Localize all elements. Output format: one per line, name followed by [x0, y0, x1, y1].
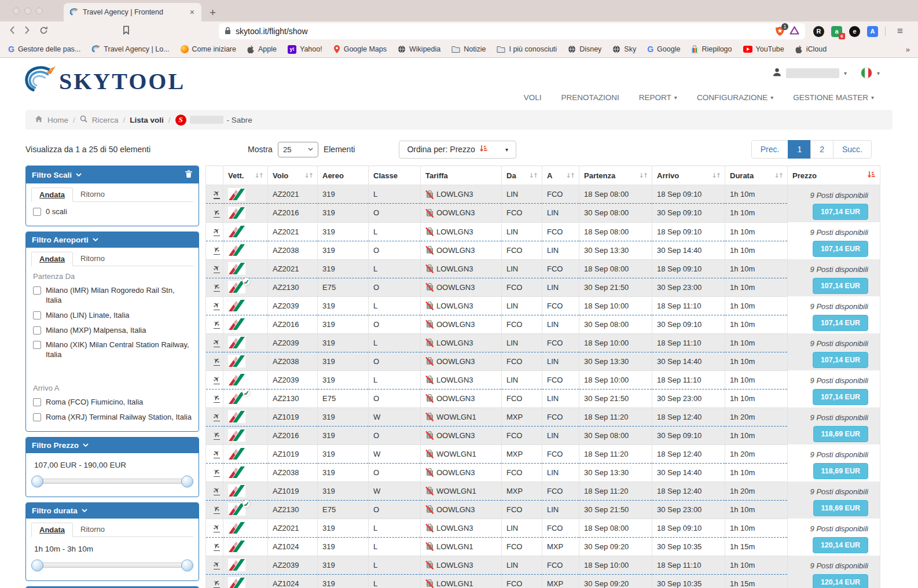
new-tab-button[interactable]: + — [201, 6, 224, 21]
bookmark-item[interactable]: Riepilogo — [691, 45, 732, 54]
pagination-page-2[interactable]: 2 — [810, 140, 833, 159]
filter-prezzo-header[interactable]: Filtro Prezzo — [26, 438, 199, 453]
column-header-arrivo[interactable]: Arrivo↓↑ — [652, 166, 725, 185]
cell-select[interactable]: ✈ — [206, 352, 223, 370]
checkbox[interactable] — [33, 286, 41, 295]
cell-select[interactable]: ✈ — [206, 333, 223, 352]
price-select-button[interactable]: 107,14 EUR — [813, 241, 868, 257]
sort-dropdown[interactable]: Ordina per: Prezzo ▾ — [399, 141, 516, 159]
price-select-button[interactable]: 107,14 EUR — [813, 315, 868, 331]
forward-icon[interactable] — [24, 25, 30, 37]
filter-durata-header[interactable]: Filtro durata — [26, 503, 199, 519]
cell-select[interactable]: ✈ — [206, 222, 223, 241]
bookmark-item[interactable]: Apple — [247, 45, 277, 54]
checkbox[interactable] — [33, 326, 41, 335]
price-select-button[interactable]: 118,69 EUR — [813, 463, 868, 479]
price-select-button[interactable]: 107,14 EUR — [813, 352, 868, 368]
price-select-button[interactable]: 107,14 EUR — [813, 204, 868, 220]
price-select-button[interactable]: 118,69 EUR — [813, 500, 868, 516]
filter-aeroporti-header[interactable]: Filtro Aeroporti — [26, 232, 199, 248]
language-flag-icon[interactable] — [861, 67, 872, 79]
cell-select[interactable]: ✈ — [206, 296, 223, 315]
cell-select[interactable]: ✈ — [206, 444, 223, 463]
cell-select[interactable]: ✈ — [206, 574, 223, 588]
user-menu[interactable]: ▾ ▾ — [773, 67, 880, 79]
brand-logo[interactable]: SKYTOOL — [23, 65, 185, 97]
slider-handle-max[interactable] — [181, 475, 193, 487]
cell-select[interactable]: ✈ — [206, 537, 223, 556]
price-select-button[interactable]: 120,14 EUR — [813, 537, 868, 553]
bookmark-flag-icon[interactable] — [123, 25, 130, 37]
checkbox[interactable] — [33, 341, 41, 349]
price-select-button[interactable]: 107,14 EUR — [813, 389, 868, 405]
nav-item-gestione-master[interactable]: GESTIONE MASTER▾ — [793, 93, 874, 102]
cell-select[interactable]: ✈ — [206, 463, 223, 482]
cell-select[interactable]: ✈ — [206, 185, 223, 204]
bookmark-item[interactable]: YouTube — [743, 45, 784, 53]
checkbox[interactable] — [33, 413, 41, 421]
bookmark-item[interactable]: Sky — [612, 45, 636, 53]
bookmark-item[interactable]: Notizie — [451, 45, 486, 53]
tab-andata[interactable]: Andata — [31, 523, 73, 537]
column-header-vett[interactable]: Vett.↓↑ — [223, 166, 268, 185]
trash-icon[interactable] — [185, 170, 193, 180]
bookmark-item[interactable]: I più conosciuti — [497, 45, 557, 53]
back-icon[interactable] — [9, 25, 15, 37]
cell-select[interactable]: ✈ — [206, 204, 223, 222]
price-select-button[interactable]: 118,69 EUR — [813, 426, 868, 442]
price-range-slider[interactable] — [34, 479, 190, 484]
column-header-prezzo[interactable]: Prezzo — [788, 166, 880, 185]
tab-ritorno[interactable]: Ritorno — [73, 252, 112, 266]
cell-select[interactable]: ✈ — [206, 241, 223, 259]
column-header-da[interactable]: Da↓↑ — [502, 166, 542, 185]
cell-select[interactable]: ✈ — [206, 315, 223, 333]
cell-select[interactable]: ✈ — [206, 259, 223, 278]
breadcrumb-home[interactable]: Home — [47, 116, 68, 124]
bookmark-item[interactable]: iCloud — [795, 45, 827, 54]
per-page-select[interactable]: 25 — [278, 142, 318, 157]
bookmark-item[interactable]: GGoogle — [647, 45, 680, 54]
window-minimize-button[interactable] — [24, 8, 31, 14]
bookmark-item[interactable]: GGestore delle pas... — [8, 45, 80, 54]
cell-select[interactable]: ✈ — [206, 519, 223, 537]
price-select-button[interactable]: 120,14 EUR — [813, 574, 868, 588]
price-select-button[interactable]: 107,14 EUR — [813, 278, 868, 294]
cell-select[interactable]: ✈ — [206, 556, 223, 574]
tab-andata[interactable]: Andata — [31, 252, 73, 266]
cell-select[interactable]: ✈ — [206, 407, 223, 426]
column-header-a[interactable]: A↓↑ — [542, 166, 579, 185]
tab-andata[interactable]: Andata — [31, 188, 73, 202]
cell-select[interactable]: ✈ — [206, 389, 223, 407]
checkbox[interactable] — [33, 311, 41, 319]
nav-item-report[interactable]: REPORT▾ — [639, 93, 677, 102]
bookmark-item[interactable]: Google Maps — [333, 45, 387, 54]
extension-r-icon[interactable]: R — [813, 26, 824, 37]
nav-item-voli[interactable]: VOLI — [524, 93, 542, 102]
column-header-partenza[interactable]: Partenza↓↑ — [579, 166, 652, 185]
cell-select[interactable]: ✈ — [206, 278, 223, 296]
duration-range-slider[interactable] — [34, 563, 190, 568]
bookmark-item[interactable]: Wikipedia — [398, 45, 440, 53]
reload-icon[interactable] — [39, 26, 48, 37]
tab-close-icon[interactable]: × — [189, 8, 196, 17]
pagination-prev[interactable]: Prec. — [751, 140, 789, 159]
bookmark-item[interactable]: Come iniziare — [181, 45, 236, 53]
tab-ritorno[interactable]: Ritorno — [73, 523, 112, 536]
browser-tab[interactable]: Travel Agency | Frontend × — [64, 3, 201, 21]
url-bar[interactable]: skytool.it/flight/show 1 — [219, 23, 805, 39]
nav-item-configurazione[interactable]: CONFIGURAZIONE▾ — [697, 93, 773, 102]
rewards-triangle-icon[interactable] — [790, 26, 799, 36]
home-icon[interactable] — [35, 115, 43, 124]
slider-handle-min[interactable] — [31, 559, 43, 571]
bookmark-item[interactable]: y!Yahoo! — [288, 45, 322, 54]
translate-icon[interactable]: A — [867, 26, 878, 37]
bookmark-item[interactable]: Travel Agency | Lo... — [91, 45, 169, 53]
window-zoom-button[interactable] — [36, 8, 43, 14]
extension-e-icon[interactable]: e — [849, 26, 860, 37]
nav-item-prenotazioni[interactable]: PRENOTAZIONI — [561, 93, 619, 102]
column-header-volo[interactable]: Volo↓↑ — [268, 166, 318, 185]
slider-handle-min[interactable] — [31, 475, 43, 487]
bookmark-item[interactable]: Disney — [568, 45, 601, 53]
menu-icon[interactable]: ≡ — [893, 25, 908, 37]
window-close-button[interactable] — [13, 8, 20, 14]
